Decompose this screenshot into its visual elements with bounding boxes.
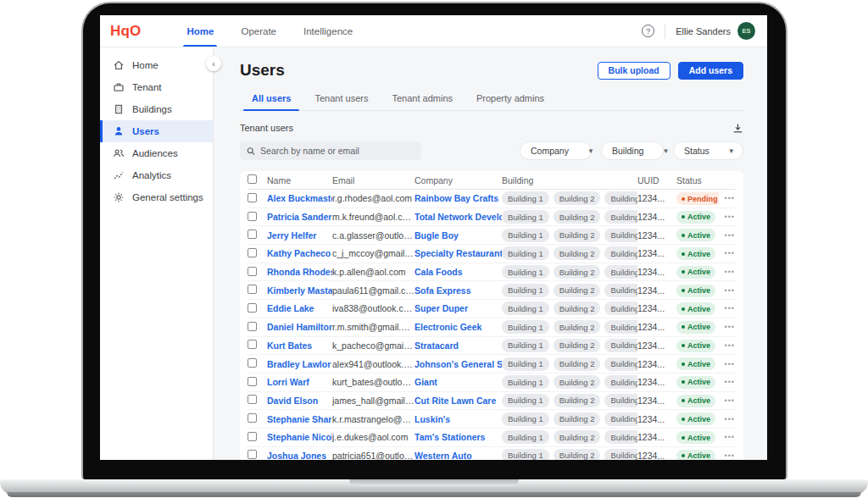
user-email: patricia651@outlook.com [332, 451, 415, 460]
row-actions-button[interactable] [719, 323, 735, 331]
sidebar-item-buildings[interactable]: Buildings [100, 98, 213, 120]
building-chips: Building 1Building 2Building 3 [502, 210, 637, 224]
row-actions-button[interactable] [719, 396, 735, 405]
sidebar-item-label: Users [132, 126, 159, 136]
company-link[interactable]: Bugle Boy [415, 230, 502, 241]
user-uuid: 1234... [637, 285, 676, 296]
company-link[interactable]: Rainbow Bay Crafts [415, 193, 502, 203]
company-link[interactable]: Western Auto [415, 451, 502, 460]
search-input[interactable] [260, 146, 415, 156]
tab-tenant-admins[interactable]: Tenant admins [380, 90, 465, 110]
company-link[interactable]: Stratacard [415, 340, 502, 351]
company-link[interactable]: Specialty Restaurant Group [415, 248, 502, 258]
row-actions-button[interactable] [719, 341, 735, 350]
user-name-link[interactable]: David Elson [267, 396, 332, 406]
sidebar-item-users[interactable]: Users [100, 120, 213, 142]
company-link[interactable]: Super Duper [415, 303, 502, 313]
filter-label: Building [612, 146, 643, 156]
row-actions-button[interactable] [719, 249, 735, 257]
sidebar-item-label: Tenant [132, 82, 162, 92]
row-checkbox[interactable] [248, 432, 257, 441]
nav-item-intelligence[interactable]: Intelligence [290, 15, 366, 47]
user-name-link[interactable]: Stephanie Nicol [267, 432, 332, 442]
company-link[interactable]: Electronic Geek [415, 322, 502, 332]
filter-building[interactable]: Building ▼ [601, 141, 664, 160]
row-checkbox[interactable] [248, 212, 257, 221]
nav-item-operate[interactable]: Operate [227, 15, 290, 47]
table-body: Alex Buckmaster r.g.rhodes@aol.com Rainb… [248, 190, 736, 460]
company-link[interactable]: Total Network Development [415, 212, 502, 222]
help-icon[interactable]: ? [642, 25, 654, 37]
tab-property-admins[interactable]: Property admins [465, 90, 556, 110]
row-actions-button[interactable] [719, 286, 735, 295]
company-link[interactable]: Sofa Express [415, 285, 502, 296]
row-actions-button[interactable] [719, 451, 735, 460]
sidebar-item-tenant[interactable]: Tenant [100, 76, 213, 98]
user-name-link[interactable]: Stephanie Sharkey [267, 414, 332, 424]
user-email: paula611@gmail.com [332, 285, 415, 296]
section-label: Tenant users [240, 123, 293, 133]
table-row: Joshua Jones patricia651@outlook.com Wes… [248, 447, 736, 460]
tab-tenant-users[interactable]: Tenant users [303, 90, 380, 110]
row-checkbox[interactable] [248, 230, 257, 239]
user-name-link[interactable]: Joshua Jones [267, 451, 332, 460]
row-checkbox[interactable] [248, 193, 257, 202]
company-link[interactable]: Cala Foods [415, 267, 502, 277]
building-chip: Building 2 [554, 430, 601, 444]
row-actions-button[interactable] [719, 304, 735, 313]
filter-status[interactable]: Status ▼ [673, 141, 743, 160]
row-checkbox[interactable] [248, 377, 257, 386]
user-name-link[interactable]: Daniel Hamilton [267, 322, 332, 332]
row-checkbox[interactable] [248, 285, 257, 294]
user-name-link[interactable]: Rhonda Rhodes [267, 267, 332, 277]
row-actions-button[interactable] [719, 378, 735, 386]
user-name-link[interactable]: Alex Buckmaster [267, 193, 332, 203]
download-icon[interactable] [732, 123, 743, 134]
row-checkbox[interactable] [248, 303, 257, 313]
content-area: ‹ Home Tenant Buildings Users Audiences [100, 47, 767, 460]
row-checkbox[interactable] [248, 267, 257, 276]
company-link[interactable]: Tam's Stationers [415, 432, 502, 442]
building-chip: Building 3 [604, 246, 637, 260]
hqo-logo[interactable]: HqO [110, 23, 141, 40]
user-menu[interactable]: Ellie Sanders ES [676, 22, 755, 40]
company-link[interactable]: Giant [415, 377, 502, 387]
user-name-link[interactable]: Patricia Sanders [267, 212, 332, 222]
company-link[interactable]: Luskin's [415, 414, 502, 424]
tab-all-users[interactable]: All users [240, 90, 303, 110]
user-name-link[interactable]: Kathy Pacheco [267, 248, 332, 258]
row-actions-button[interactable] [719, 231, 735, 240]
nav-item-home[interactable]: Home [173, 15, 227, 47]
select-all-checkbox[interactable] [248, 174, 257, 184]
status-dot [682, 197, 685, 201]
filter-company[interactable]: Company ▼ [520, 141, 592, 160]
row-actions-button[interactable] [719, 194, 735, 202]
row-checkbox[interactable] [248, 248, 257, 257]
row-checkbox[interactable] [248, 322, 257, 331]
user-name-link[interactable]: Eddie Lake [267, 303, 332, 313]
user-name-link[interactable]: Lorri Warf [267, 377, 332, 387]
row-checkbox[interactable] [248, 358, 257, 368]
sidebar-item-analytics[interactable]: Analytics [100, 164, 213, 186]
row-checkbox[interactable] [248, 340, 257, 349]
company-link[interactable]: Cut Rite Lawn Care [415, 396, 502, 406]
row-actions-button[interactable] [719, 360, 735, 368]
user-name-link[interactable]: Bradley Lawlor [267, 359, 332, 369]
user-name-link[interactable]: Kimberly Masta [267, 285, 332, 296]
bulk-upload-button[interactable]: Bulk upload [598, 62, 670, 80]
sidebar-item-audiences[interactable]: Audiences [100, 142, 213, 164]
sidebar-collapse-button[interactable]: ‹ [206, 56, 221, 71]
add-users-button[interactable]: Add users [678, 62, 743, 80]
row-actions-button[interactable] [719, 433, 735, 441]
user-name-link[interactable]: Jerry Helfer [267, 230, 332, 241]
row-actions-button[interactable] [719, 213, 735, 221]
row-checkbox[interactable] [248, 413, 257, 423]
row-checkbox[interactable] [248, 395, 257, 404]
row-actions-button[interactable] [719, 415, 735, 423]
row-checkbox[interactable] [248, 450, 257, 459]
sidebar-item-home[interactable]: Home [100, 54, 213, 76]
company-link[interactable]: Johnson's General Store [415, 359, 502, 369]
row-actions-button[interactable] [719, 268, 735, 276]
sidebar-item-general-settings[interactable]: General settings [100, 186, 213, 208]
user-name-link[interactable]: Kurt Bates [267, 340, 332, 351]
